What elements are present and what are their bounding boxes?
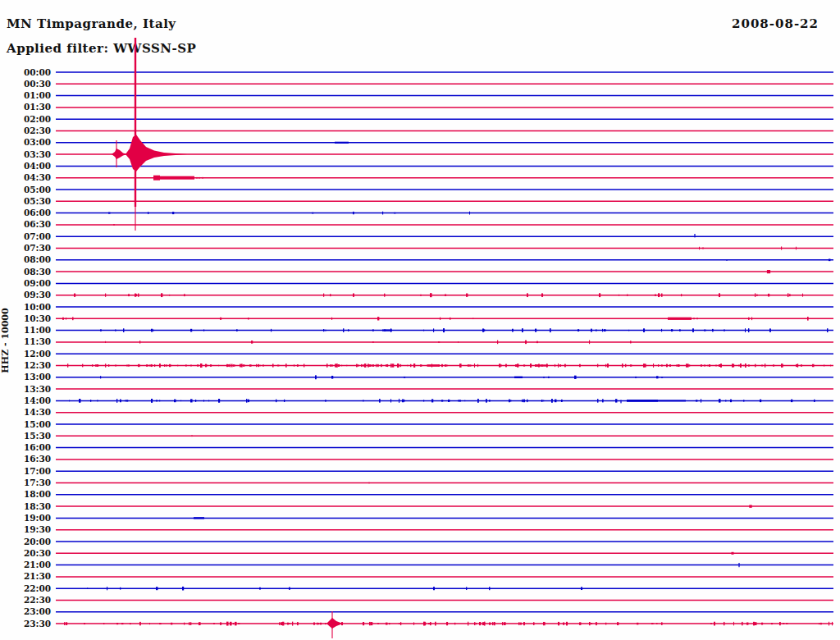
noise-tick (203, 400, 204, 401)
noise-tick (701, 364, 702, 367)
noise-tick (625, 364, 626, 368)
noise-tick (712, 329, 714, 331)
noise-tick (190, 365, 192, 367)
noise-tick (156, 400, 158, 401)
event-dot (113, 224, 115, 226)
noise-tick (617, 622, 619, 625)
noise-tick (171, 365, 171, 366)
row-time-label: 05:30 (24, 196, 51, 206)
noise-tick (335, 363, 336, 367)
noise-tick (781, 246, 782, 249)
row-time-label: 02:00 (24, 114, 51, 124)
noise-tick (448, 400, 450, 402)
noise-tick (233, 623, 234, 624)
noise-tick (346, 365, 347, 366)
noise-tick (331, 318, 332, 320)
noise-tick (510, 400, 511, 401)
noise-tick (661, 622, 663, 625)
noise-tick (489, 400, 491, 401)
noise-tick (282, 622, 284, 626)
row-time-label: 11:00 (24, 325, 51, 335)
noise-tick (148, 212, 148, 214)
noise-tick (128, 365, 130, 367)
noise-tick (791, 400, 792, 402)
noise-tick (459, 400, 461, 401)
event-dot (202, 177, 203, 179)
noise-tick (704, 365, 705, 367)
noise-tick (707, 365, 709, 366)
noise-tick (829, 622, 829, 626)
noise-tick (696, 400, 697, 401)
event-spike (694, 234, 695, 237)
noise-tick (287, 623, 289, 625)
row-time-label: 23:00 (24, 606, 51, 616)
noise-tick (701, 399, 701, 402)
noise-tick (607, 363, 609, 368)
noise-tick (377, 317, 379, 320)
row-time-label: 09:30 (24, 290, 51, 299)
noise-tick (733, 622, 734, 625)
noise-tick (724, 330, 725, 331)
noise-tick (115, 365, 116, 367)
row-time-label: 17:30 (24, 478, 51, 487)
noise-tick (390, 363, 392, 368)
row-time-label: 10:00 (24, 302, 51, 312)
noise-tick (730, 400, 732, 403)
noise-tick (812, 364, 814, 367)
noise-tick (746, 622, 748, 624)
noise-tick (779, 622, 781, 625)
noise-tick (797, 363, 798, 367)
noise-tick (92, 364, 93, 367)
noise-tick (530, 363, 532, 368)
noise-tick (753, 622, 755, 626)
noise-tick (589, 622, 591, 625)
noise-tick (679, 329, 681, 331)
noise-tick (358, 364, 359, 366)
noise-tick (678, 364, 680, 367)
noise-tick (341, 365, 342, 367)
noise-tick (589, 341, 590, 345)
noise-tick (656, 623, 658, 624)
event-segment (658, 400, 686, 401)
noise-tick (382, 212, 383, 215)
noise-tick (331, 364, 333, 366)
event-dot (191, 436, 193, 437)
event-dot (702, 248, 704, 249)
noise-tick (171, 623, 172, 625)
noise-tick (829, 258, 830, 261)
noise-tick (90, 400, 91, 402)
noise-tick (732, 363, 733, 367)
noise-tick (312, 213, 313, 214)
noise-tick (574, 376, 577, 379)
noise-tick (581, 587, 582, 590)
row-time-label: 11:30 (24, 336, 51, 346)
noise-tick (128, 294, 130, 296)
row-time-label: 00:30 (24, 79, 51, 89)
noise-tick (190, 329, 192, 332)
noise-tick (185, 364, 187, 366)
noise-tick (136, 294, 137, 296)
noise-tick (230, 622, 232, 626)
noise-tick (138, 294, 139, 297)
noise-tick (599, 293, 600, 297)
noise-tick (666, 364, 668, 368)
noise-tick (325, 400, 326, 401)
noise-tick (489, 587, 490, 590)
noise-tick (348, 329, 349, 331)
noise-tick (294, 364, 294, 367)
noise-tick (164, 364, 165, 367)
noise-tick (180, 400, 181, 401)
noise-tick (523, 364, 525, 366)
noise-tick (661, 329, 662, 331)
noise-tick (377, 364, 379, 367)
noise-tick (228, 364, 230, 367)
noise-tick (748, 318, 750, 320)
noise-tick (458, 400, 459, 401)
row-time-label: 12:30 (24, 360, 51, 370)
noise-tick (369, 622, 371, 625)
noise-tick (523, 400, 525, 403)
noise-tick (541, 293, 543, 296)
noise-tick (364, 363, 366, 368)
noise-tick (605, 364, 606, 368)
noise-tick (699, 247, 700, 249)
